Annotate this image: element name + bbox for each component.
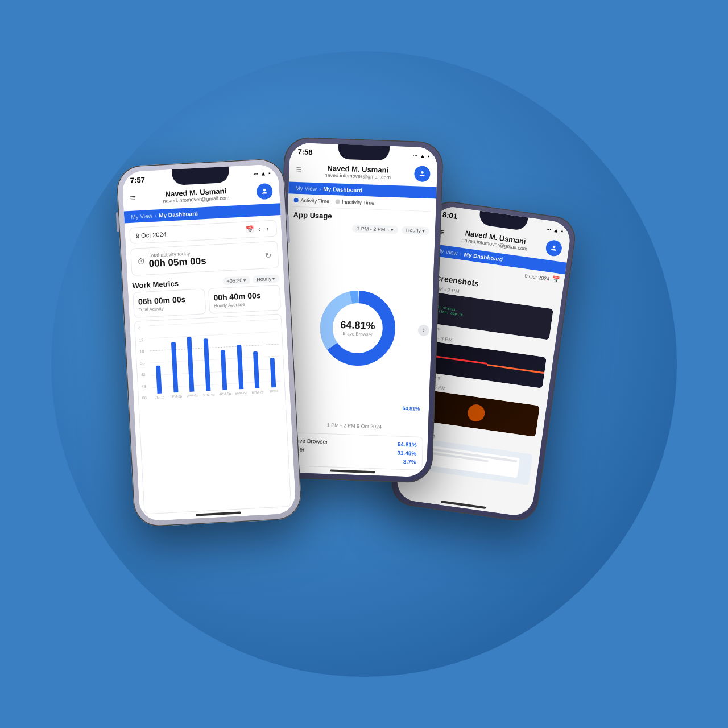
outer-percent: 64.81% — [402, 406, 420, 412]
phone2-status-icons: ··· ▲ ▪ — [413, 152, 430, 159]
bar-7 — [253, 351, 259, 388]
phone-1: 7:57 ··· ▲ ▪ ≡ Naved M. Usmani naved.inf… — [116, 158, 303, 528]
x-label-2: 1PM-2p — [168, 394, 183, 398]
phone2-content: 7:58 ··· ▲ ▪ ≡ Naved M. Usmani naved.inf… — [279, 143, 438, 478]
bar-5 — [221, 350, 228, 390]
x-label-4: 3PM-4p — [201, 392, 216, 396]
p2-wifi-icon: ▲ — [420, 153, 425, 159]
metrics-controls: +05:30 ▾ Hourly ▾ — [222, 274, 279, 285]
x-label-5: 4PM-5p — [218, 392, 233, 396]
phone3-header-info: Naved M. Usmani naved.infomover@gmail.co… — [461, 228, 529, 251]
chart-bars-row — [149, 326, 281, 395]
phone2-header-info: Naved M. Usmani naved.infomover@gmail.co… — [324, 163, 391, 180]
chart-area: 60 48 42 30 18 12 0 — [138, 319, 281, 400]
phone2-notch — [338, 144, 390, 161]
y-label-5: 12 — [139, 337, 147, 342]
clock-icon: ⏱ — [137, 257, 146, 267]
activity-time-value: 00h 05m 00s — [148, 255, 206, 270]
timezone-label: +05:30 — [226, 277, 242, 283]
frequency-badge[interactable]: Hourly ▾ — [402, 226, 429, 235]
total-activity-card: 06h 00m 00s Total Activity — [133, 288, 206, 318]
phone1-prev-btn[interactable]: ‹ — [257, 225, 263, 234]
phone3-breadcrumb-sep: › — [460, 250, 462, 257]
p2-dots-icon: ··· — [413, 152, 418, 159]
hourly-avg-card: 00h 40m 00s Hourly Average — [208, 284, 281, 314]
time-period-label: 1 PM - 2 PM... — [357, 226, 390, 233]
keyboard-preview-2 — [487, 364, 544, 374]
phone3-status-icons: ··· ▲ ▪ — [546, 226, 564, 234]
p3-wifi-icon: ▲ — [553, 227, 559, 234]
bars-area: 7M-1p 1PM-2p 2PM-3p 3PM-4p 4PM-5p 5PM-6p… — [148, 319, 281, 400]
bar-group-2 — [166, 331, 183, 393]
frequency-label: Hourly — [406, 228, 421, 234]
x-label-8: 7PM+ — [267, 389, 282, 393]
phone2-breadcrumb-current: My Dashboard — [323, 186, 362, 193]
phone1-avatar[interactable] — [257, 183, 273, 200]
phone2-breadcrumb-parent[interactable]: My View — [295, 185, 317, 192]
phone2-menu-icon[interactable]: ≡ — [296, 164, 301, 175]
phone3-avatar[interactable] — [545, 239, 563, 257]
phone1-activity-card: ⏱ Total activity today: 00h 05m 00s ↻ — [130, 241, 279, 275]
time-period-badge[interactable]: 1 PM - 2 PM... ▾ — [352, 225, 398, 234]
y-label-6: 0 — [138, 326, 146, 330]
donut-percent-value: 64.81% — [340, 318, 375, 332]
phone1-header-info: Naved M. Usmani naved.infomover@gmail.co… — [163, 186, 230, 204]
filter-chevron: ▾ — [272, 275, 276, 281]
bar-group-7 — [247, 326, 264, 388]
svg-point-0 — [263, 189, 266, 192]
bar-group-1 — [149, 332, 167, 394]
donut-next-btn[interactable]: › — [417, 324, 429, 336]
phone1-status-icons: ··· ▲ ▪ — [254, 170, 271, 177]
inactivity-dot — [335, 199, 340, 204]
freq-chevron: ▾ — [422, 228, 425, 234]
p2-battery-icon: ▪ — [428, 153, 430, 159]
y-label-1: 48 — [142, 384, 150, 388]
svg-point-6 — [553, 245, 556, 248]
x-label-7: 6PM-7p — [250, 390, 265, 394]
x-label-1: 7M-1p — [152, 395, 167, 399]
phone1-breadcrumb-current: My Dashboard — [159, 210, 198, 219]
phone2-home-indicator — [330, 469, 375, 473]
phone2-time: 7:58 — [297, 147, 313, 156]
grid-line-1 — [148, 319, 278, 326]
phone3-date-text: 9 Oct 2024 — [524, 272, 550, 282]
timezone-badge[interactable]: +05:30 ▾ — [222, 276, 250, 286]
legend-inactivity-label: Inactivity Time — [342, 199, 374, 206]
y-label-3: 30 — [140, 361, 148, 365]
circle-preview — [466, 403, 486, 423]
phone2-usage-list: Brave Browser 64.81% Other 31.48% 3.7% — [283, 432, 423, 470]
phone1-menu-icon[interactable]: ≡ — [130, 193, 135, 203]
filter-label: Hourly — [257, 276, 272, 282]
p3-dots-icon: ··· — [546, 226, 552, 233]
metrics-title: Work Metrics — [132, 279, 179, 290]
phone3-calendar-icon[interactable]: 📅 — [551, 275, 560, 284]
refresh-icon[interactable]: ↻ — [265, 250, 272, 260]
phone2-avatar[interactable] — [414, 166, 431, 182]
tooltip-date2: 9 Oct 2024 — [357, 423, 382, 430]
phone1-time: 7:57 — [130, 176, 145, 185]
filter-badge[interactable]: Hourly ▾ — [253, 274, 280, 283]
bar-group-4 — [198, 329, 216, 391]
phone1-breadcrumb-parent[interactable]: My View — [131, 213, 152, 220]
y-label-2: 42 — [141, 373, 149, 377]
phone1-date-row: 9 Oct 2024 📅 ‹ › — [129, 220, 277, 245]
bar-group-5 — [214, 328, 232, 390]
usage-pct-1: 64.81% — [398, 441, 417, 448]
calendar-icon[interactable]: 📅 — [246, 225, 255, 234]
donut-center-text: 64.81% Brave Browser — [340, 318, 375, 337]
phones-container: 7:57 ··· ▲ ▪ ≡ Naved M. Usmani naved.inf… — [108, 94, 620, 634]
phone1-content: 7:57 ··· ▲ ▪ ≡ Naved M. Usmani naved.inf… — [122, 164, 296, 522]
bar-6 — [237, 345, 243, 389]
tz-chevron: ▾ — [243, 277, 247, 283]
phone1-bar-chart: 60 48 42 30 18 12 0 — [134, 313, 291, 514]
activity-dot — [294, 198, 299, 202]
y-label-0: 60 — [142, 396, 150, 400]
phone1-next-btn[interactable]: › — [264, 224, 271, 233]
phone1-breadcrumb-sep: › — [155, 213, 157, 219]
bar-group-6 — [230, 328, 248, 390]
bar-3 — [187, 336, 195, 391]
svg-point-1 — [421, 171, 424, 174]
usage-pct-2: 31.48% — [397, 450, 416, 457]
activity-info: Total activity today: 00h 05m 00s — [148, 250, 207, 270]
y-label-4: 18 — [139, 349, 147, 354]
